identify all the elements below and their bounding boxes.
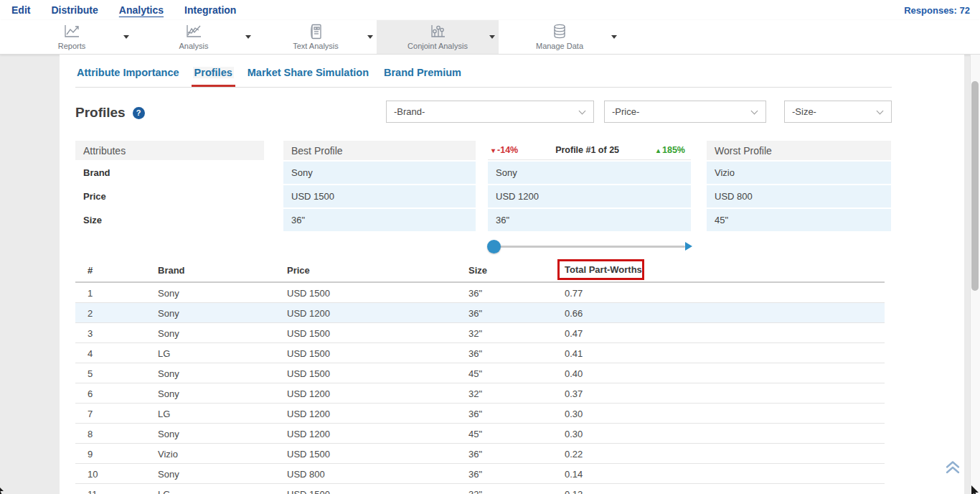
price-filter-value: -Price- xyxy=(612,106,639,117)
toolbar-item-analysis[interactable]: Analysis xyxy=(133,20,255,54)
cell-price: USD 1200 xyxy=(287,307,330,318)
cell-rank: 4 xyxy=(88,348,93,358)
cell-brand: Sony xyxy=(158,468,179,479)
cell-total-part-worths: 0.37 xyxy=(565,388,583,399)
header-total-part-worths: Total Part-Worths xyxy=(565,264,642,275)
trend-lines-icon xyxy=(184,24,203,39)
table-row[interactable]: 7 LG USD 1200 36" 0.30 xyxy=(75,404,885,424)
double-chevron-up-icon xyxy=(944,459,961,476)
tab-attribute-importance[interactable]: Attribute Importance xyxy=(75,67,181,78)
nav-item-edit[interactable]: Edit xyxy=(11,4,30,16)
cell-rank: 6 xyxy=(88,388,93,399)
tab-market-share-simulation[interactable]: Market Share Simulation xyxy=(246,67,370,78)
chevron-down-icon[interactable] xyxy=(123,35,129,39)
attribute-label-price: Price xyxy=(75,185,264,208)
line-chart-icon xyxy=(62,24,81,39)
best-profile-column: Best Profile Sony USD 1500 36" xyxy=(283,141,476,231)
tab-brand-premium[interactable]: Brand Premium xyxy=(382,67,463,78)
toolbar-item-text-analysis[interactable]: Text Analysis xyxy=(255,20,377,54)
delta-down-badge: -14% xyxy=(491,145,518,155)
cell-price: USD 1500 xyxy=(287,348,330,358)
best-profile-price: USD 1500 xyxy=(283,185,476,208)
price-filter-dropdown[interactable]: -Price- xyxy=(604,101,766,123)
cell-brand: Sony xyxy=(158,368,179,378)
profile-slider-track[interactable] xyxy=(494,246,685,248)
chevron-down-icon[interactable] xyxy=(245,35,251,39)
current-profile-column: -14% Profile #1 of 25 185% Sony USD 1200… xyxy=(488,141,691,231)
chevron-down-icon[interactable] xyxy=(611,35,617,39)
nav-item-distribute[interactable]: Distribute xyxy=(51,4,98,16)
scroll-to-top-button[interactable] xyxy=(944,459,961,476)
table-row[interactable]: 3 Sony USD 1500 32" 0.47 xyxy=(75,323,885,343)
table-row[interactable]: 1 Sony USD 1500 36" 0.77 xyxy=(75,283,885,303)
page-title: Profiles ? xyxy=(75,105,145,121)
cell-rank: 7 xyxy=(88,408,93,419)
table-row[interactable]: 8 Sony USD 1200 45" 0.30 xyxy=(75,424,885,444)
cell-rank: 1 xyxy=(88,287,93,298)
attribute-label-brand: Brand xyxy=(75,162,264,184)
cell-brand: Vizio xyxy=(158,448,178,459)
top-nav: Edit Distribute Analytics Integration Re… xyxy=(0,0,980,20)
chevron-down-icon[interactable] xyxy=(367,35,373,39)
table-row[interactable]: 2 Sony USD 1200 36" 0.66 xyxy=(75,303,885,323)
cell-rank: 9 xyxy=(88,448,93,459)
cell-size: 32" xyxy=(468,488,482,494)
table-row[interactable]: 4 LG USD 1500 36" 0.41 xyxy=(75,343,885,363)
cell-price: USD 1500 xyxy=(287,287,330,298)
tab-profiles[interactable]: Profiles xyxy=(193,67,234,78)
toolbar-item-conjoint-analysis[interactable]: Conjoint Analysis xyxy=(377,20,499,54)
content-panel: Attribute Importance Profiles Market Sha… xyxy=(60,55,964,494)
best-profile-size: 36" xyxy=(283,209,476,231)
cell-price: USD 1500 xyxy=(287,327,330,338)
table-row[interactable]: 11 LG USD 1500 32" 0.12 xyxy=(75,484,885,494)
cell-total-part-worths: 0.77 xyxy=(565,287,583,298)
best-profile-header: Best Profile xyxy=(283,141,476,160)
table-row[interactable]: 9 Vizio USD 1500 36" 0.22 xyxy=(75,444,885,464)
table-row[interactable]: 10 Sony USD 800 36" 0.14 xyxy=(75,464,885,484)
nav-item-analytics[interactable]: Analytics xyxy=(119,4,164,16)
cursor-artifact xyxy=(0,484,6,494)
cell-total-part-worths: 0.30 xyxy=(565,408,583,419)
brand-filter-value: -Brand- xyxy=(394,106,425,117)
worst-profile-price: USD 800 xyxy=(707,185,891,208)
toolbar-item-label: Text Analysis xyxy=(293,42,339,50)
nav-item-integration[interactable]: Integration xyxy=(184,4,236,16)
page-title-text: Profiles xyxy=(75,105,126,121)
cell-size: 36" xyxy=(468,408,482,419)
cell-total-part-worths: 0.66 xyxy=(565,307,583,318)
table-row[interactable]: 5 Sony USD 1500 45" 0.40 xyxy=(75,363,885,383)
size-filter-dropdown[interactable]: -Size- xyxy=(784,101,892,123)
chevron-down-icon[interactable] xyxy=(489,35,495,39)
cell-total-part-worths: 0.41 xyxy=(565,348,583,358)
conjoint-subtabs: Attribute Importance Profiles Market Sha… xyxy=(75,67,892,88)
cell-rank: 5 xyxy=(88,368,93,378)
current-profile-title: Profile #1 of 25 xyxy=(555,145,619,155)
table-row[interactable]: 6 Sony USD 1200 32" 0.37 xyxy=(75,383,885,404)
database-icon xyxy=(550,24,569,39)
profile-slider-handle[interactable] xyxy=(487,240,501,253)
vertical-scrollbar-thumb[interactable] xyxy=(971,81,979,291)
worst-profile-column: Worst Profile Vizio USD 800 45" xyxy=(707,141,891,231)
brand-filter-dropdown[interactable]: -Brand- xyxy=(386,101,594,123)
cell-price: USD 1500 xyxy=(287,488,330,494)
cell-rank: 2 xyxy=(88,307,93,318)
toolbar-item-label: Conjoint Analysis xyxy=(407,42,468,50)
cell-brand: Sony xyxy=(158,388,179,399)
current-profile-size: 36" xyxy=(488,209,691,231)
responses-count[interactable]: Responses: 72 xyxy=(904,0,970,20)
help-icon[interactable]: ? xyxy=(133,107,145,119)
cell-brand: Sony xyxy=(158,327,179,338)
cell-total-part-worths: 0.14 xyxy=(565,468,583,479)
toolbar-item-label: Analysis xyxy=(179,42,209,50)
worst-profile-brand: Vizio xyxy=(707,162,891,184)
chevron-down-icon xyxy=(579,108,586,115)
slider-next-arrow-icon[interactable] xyxy=(685,242,692,251)
attributes-column: Attributes Brand Price Size xyxy=(75,141,264,231)
toolbar-item-manage-data[interactable]: Manage Data xyxy=(499,20,621,54)
best-profile-brand: Sony xyxy=(283,162,476,184)
table-body: 1 Sony USD 1500 36" 0.77 2 Sony USD 1200… xyxy=(75,283,885,494)
toolbar-item-reports[interactable]: Reports xyxy=(11,20,133,54)
cell-total-part-worths: 0.30 xyxy=(565,428,583,439)
cell-size: 36" xyxy=(468,287,482,298)
cell-brand: LG xyxy=(158,488,170,494)
